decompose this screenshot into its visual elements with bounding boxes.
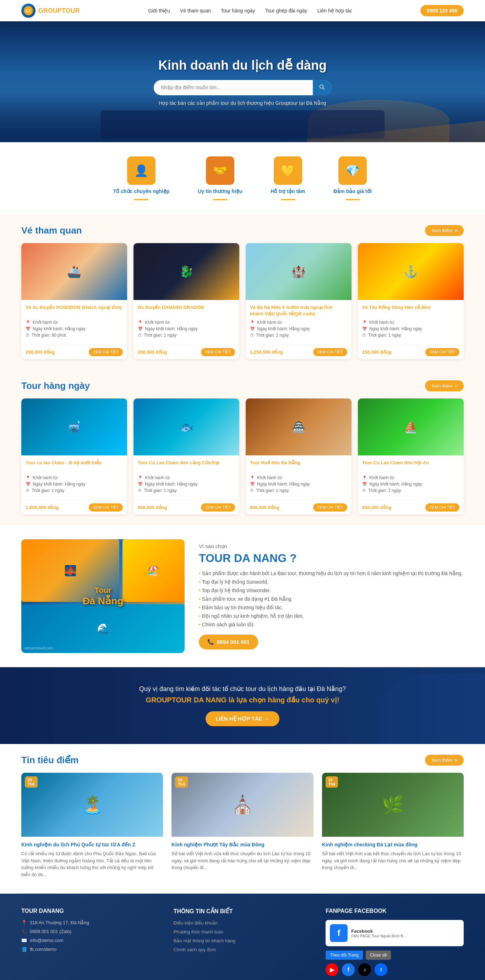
footer-link-3[interactable]: Bảo mật thông tin khách hàng [174,938,312,943]
feature-ho-tro: 💛 Hỗ trợ tận tâm [271,156,305,200]
tour-hang-ngay-header: Tour hàng ngày Xem thêm ≡ [21,380,464,391]
search-input[interactable] [154,80,313,95]
news-phu-quoc-title: Kinh nghiệm du lịch Phú Quốc tự túc từ A… [21,842,163,847]
clock-icon-2: ⏱ [138,333,142,337]
cta-button[interactable]: LIÊN HỆ HỢP TÁC → [206,711,279,726]
why-point-7: Chính sách giá luôn tốt. [199,622,464,627]
why-point-4: Sản phẩm tour, xe đa dạng #1 Đà Nẵng. [199,596,464,602]
why-point-6: Đội ngũ nhân sự kinh nghiệm, hỗ trợ tận … [199,613,464,619]
card-dive-img: 🤿 [21,398,127,455]
location-icon-8: 📍 [362,476,367,480]
feature-icon-uy-tin: 🤝 [206,156,235,185]
card-han-river: ⚓ Vé Tàu Rồng Sông Hàn về đêm 📍Khởi hành… [358,243,464,359]
search-button[interactable] [313,80,331,95]
facebook-social-icon[interactable]: f [342,963,355,976]
footer-col-tour: TOUR DANANG 📍 318 An Thượng 17, Đà Nẵng … [21,908,159,976]
cta-banner: Quý vị đang tìm kiếm đối tác tổ chức tou… [0,667,485,744]
why-point-5: Đảm bảo uy tín thương hiệu đối tác. [199,605,464,610]
phone-icon-footer: 📞 [21,929,27,934]
ve-tham-quan-grid: 🚢 Vé du thuyền POSEIDON (khách ngoại tỉn… [21,243,464,359]
why-phone-button[interactable]: 📞 0854 001 001 [199,635,258,649]
feature-icon-to-chuc: 👤 [127,156,155,185]
news-tay-bac-desc: Sở bài viết Việt Anh vừa kết thúc chuyến… [171,850,313,871]
hero-content: Kinh doanh du lịch dễ dàng Hợp tác bán c… [154,58,331,106]
card-hue-body: Tour Huế đón Đà Nẵng 📍Khởi hành từ: 📅Ngà… [246,455,352,497]
zalo-icon[interactable]: Z [374,963,387,976]
ve-tham-quan-view-more[interactable]: Xem thêm ≡ [425,225,464,236]
card-han-river-img: ⚓ [358,243,464,300]
card-poseidon-info: 📍Khởi hành từ: 📅Ngày khởi hành: Hằng ngà… [25,320,123,338]
nav-tour-ghep[interactable]: Tour ghép đài ngày [265,8,307,14]
card-dragon-btn[interactable]: XEM CHI TIẾT [201,348,235,356]
card-poseidon-img: 🚢 [21,243,127,300]
card-dive-btn[interactable]: XEM CHI TIẾT [89,503,123,512]
footer-col3-title: FANPAGE FACEBOOK [326,908,464,914]
address-icon: 📍 [21,920,27,925]
card-poseidon-body: Vé du thuyền POSEIDON (khách ngoại tỉnh)… [21,300,127,342]
card-hue-btn[interactable]: XEM CHI TIẾT [313,503,347,512]
hero-search-bar [154,80,331,95]
header: GT GROUPTOUR Giới thiệu Vé tham quan Tou… [0,0,485,21]
nav-lien-he[interactable]: Liên hệ hợp tác [317,8,352,14]
nav-tour-hang-ngay[interactable]: Tour hàng ngày [221,8,255,14]
feature-uy-tin: 🤝 Uy tín thương hiệu [198,156,242,200]
clock-icon-8: ⏱ [362,488,366,493]
card-hue-title: Tour Huế đón Đà Nẵng [250,460,347,473]
news-card-da-lat: 🌿 22Th4 Kinh nghiệm checking Đà Lạt mùa … [322,773,464,883]
card-cua-dai-info: 📍Khởi hành từ: 📅Ngày khởi hành: Hằng ngà… [138,475,235,493]
news-card-tay-bac: ⛪ 02Th4 Kinh nghiệm Phượt Tây Bắc mùa Đô… [171,773,313,883]
card-poseidon-btn[interactable]: XEM CHI TIẾT [89,348,123,356]
follow-page-btn[interactable]: Theo dõi Trang [326,950,363,960]
clock-icon-7: ⏱ [250,488,254,493]
tiktok-icon[interactable]: ♪ [358,963,371,976]
card-hue-price: 800,000 đồng [250,505,279,510]
footer-facebook-box: f Facebook FAN PAGE Tour Ngoài Bình B... [326,920,464,946]
card-han-river-body: Vé Tàu Rồng Sông Hàn về đêm 📍Khởi hành t… [358,300,464,342]
card-dragon-info: 📍Khởi hành từ: 📅Ngày khởi hành: Hằng ngà… [138,320,235,338]
card-dive-title: Tour cù lao Chàm - đi bộ dưới biển [25,460,123,473]
feature-label-uy-tin: Uy tín thương hiệu [198,188,242,194]
why-subtitle: Vì sao chọn [199,543,464,550]
cta-text2: GROUPTOUR DA NANG là lựa chọn hàng đầu c… [21,696,464,704]
nav-gioi-thieu[interactable]: Giới thiệu [148,8,170,14]
nav-ve-tham-quan[interactable]: Vé tham quan [180,8,211,14]
card-hoi-an-title: Tour Cù Lao Chàm đón Hội An [362,460,460,473]
card-hue: 🏯 Tour Huế đón Đà Nẵng 📍Khởi hành từ: 📅N… [246,398,352,514]
card-hoi-an-btn[interactable]: XEM CHI TIẾT [425,503,460,512]
footer-link-4[interactable]: Chính sách quy định [174,947,312,952]
card-dive-price: 1,600,000 đồng [25,505,59,510]
tour-hang-ngay-grid: 🤿 Tour cù lao Chàm - đi bộ dưới biển 📍Kh… [21,398,464,514]
tour-hang-ngay-view-more[interactable]: Xem thêm ≡ [425,380,464,391]
footer-link-2[interactable]: Phương thức thanh toán [174,929,312,934]
card-cua-dai-btn[interactable]: XEM CHI TIẾT [201,503,235,512]
card-dive-info: 📍Khởi hành từ: 📅Ngày khởi hành: Hằng ngà… [25,475,123,493]
clock-icon-4: ⏱ [362,333,366,337]
tour-hang-ngay-title: Tour hàng ngày [21,380,90,391]
youtube-icon[interactable]: ▶ [326,963,338,976]
calendar-icon-2: 📅 [138,327,143,331]
news-da-lat-title: Kinh nghiệm checking Đà Lạt mùa đông [322,842,464,847]
tin-tieu-diem-view-more[interactable]: Xem thêm ≡ [425,755,464,766]
logo: GT GROUPTOUR [21,3,80,18]
clock-icon-3: ⏱ [250,333,254,337]
tour-hang-ngay-section: Tour hàng ngày Xem thêm ≡ 🤿 Tour cù lao … [0,370,485,525]
card-han-river-info: 📍Khởi hành từ: 📅Ngày khởi hành: Hằng ngà… [362,320,460,338]
card-han-river-price: 150,000 đồng [362,349,391,355]
footer-phone: 📞 0909 001 001 (Zalo) [21,929,159,934]
news-da-lat-img: 🌿 22Th4 [322,773,464,837]
footer-link-1[interactable]: Điều kiện điều khoản [174,920,312,926]
logo-text: GROUPTOUR [38,7,80,14]
clock-icon: ⏱ [25,333,30,337]
feature-underline-3 [281,199,295,200]
cta-text1: Quý vị đang tìm kiếm đối tác tổ chức tou… [21,685,464,693]
phone-button[interactable]: 0909 123 456 [420,5,464,16]
news-phu-quoc-body: Kinh nghiệm du lịch Phú Quốc tự túc từ A… [21,837,163,883]
footer-col-info: THÔNG TIN CẦN BIẾT Điều kiện điều khoản … [174,908,312,976]
calendar-icon-6: 📅 [138,482,143,487]
card-bana-btn[interactable]: XEM CHI TIẾT [313,348,347,356]
card-cua-dai-price: 650,000 đồng [138,505,167,510]
location-icon-5: 📍 [25,476,30,480]
why-point-3: Top đại lý hệ thống Vinwonder. [199,587,464,593]
close-fb-btn[interactable]: Close sẽ [366,950,391,960]
card-han-river-btn[interactable]: XEM CHI TIẾT [425,348,460,356]
